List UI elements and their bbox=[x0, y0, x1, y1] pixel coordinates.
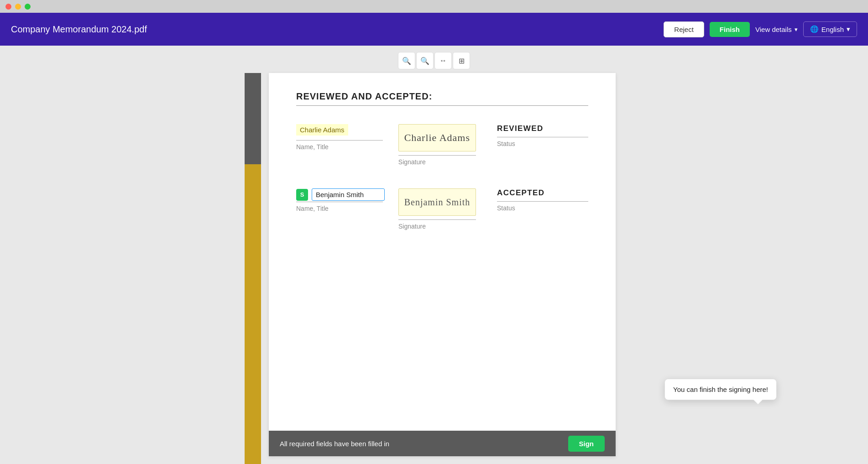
signer-row-2: S Name, Title Benjamin Smith Signature A… bbox=[296, 188, 588, 230]
signer1-status-label: Status bbox=[497, 140, 588, 147]
signer1-sig-text: Charlie Adams bbox=[404, 132, 470, 144]
signer2-status-col: ACCEPTED Status bbox=[497, 188, 588, 212]
zoom-out-icon: 🔍 bbox=[420, 57, 429, 65]
footer-bar: All required fields have been filled in … bbox=[269, 431, 616, 456]
signer1-status: REVIEWED bbox=[497, 124, 588, 133]
grid-icon: ⊞ bbox=[459, 57, 465, 65]
document-title: Company Memorandum 2024.pdf bbox=[11, 24, 147, 35]
document: REVIEWED AND ACCEPTED: Charlie Adams Nam… bbox=[269, 73, 616, 456]
fit-width-button[interactable]: ↔ bbox=[434, 52, 452, 69]
header-actions: Reject Finish View details 🌐 English ▾ bbox=[664, 21, 857, 37]
grid-button[interactable]: ⊞ bbox=[453, 52, 470, 69]
zoom-in-button[interactable]: 🔍 bbox=[398, 52, 415, 69]
signer2-sig-col: Benjamin Smith Signature bbox=[398, 188, 479, 230]
zoom-in-icon: 🔍 bbox=[402, 57, 411, 65]
traffic-light-red[interactable] bbox=[5, 4, 11, 10]
signer2-name-input-wrapper: S bbox=[296, 188, 385, 201]
section-divider bbox=[296, 105, 588, 106]
signer1-name-col: Charlie Adams Name, Title bbox=[296, 124, 385, 151]
language-label: English bbox=[821, 26, 844, 33]
signer1-name-label: Name, Title bbox=[296, 143, 385, 151]
signer2-name-input[interactable] bbox=[312, 188, 385, 201]
signer2-status-underline bbox=[497, 201, 588, 202]
signer2-sig-underline bbox=[398, 219, 476, 220]
signer1-status-col: REVIEWED Status bbox=[497, 124, 588, 147]
view-details-button[interactable]: View details bbox=[755, 26, 798, 33]
title-bar bbox=[0, 0, 868, 13]
signer2-sig-label: Signature bbox=[398, 223, 479, 230]
chevron-down-icon: ▾ bbox=[847, 25, 850, 33]
sidebar-bottom bbox=[245, 164, 261, 464]
toolbar: 🔍 🔍 ↔ ⊞ bbox=[0, 46, 868, 73]
section-title: REVIEWED AND ACCEPTED: bbox=[296, 91, 588, 102]
tooltip-text: You can finish the signing here! bbox=[673, 386, 768, 393]
signer1-sig-col: Charlie Adams Signature bbox=[398, 124, 479, 166]
finish-button[interactable]: Finish bbox=[710, 22, 750, 37]
signer2-name-label: Name, Title bbox=[296, 205, 385, 212]
signer1-name: Charlie Adams bbox=[296, 124, 348, 136]
signer2-sig-text: Benjamin Smith bbox=[404, 197, 471, 208]
sidebar-top bbox=[245, 73, 261, 164]
reject-button[interactable]: Reject bbox=[664, 21, 704, 37]
signer2-name-col: S Name, Title bbox=[296, 188, 385, 212]
signer1-name-underline bbox=[296, 140, 383, 141]
content-area: REVIEWED AND ACCEPTED: Charlie Adams Nam… bbox=[0, 73, 868, 464]
signer1-sig-underline bbox=[398, 155, 476, 156]
zoom-out-button[interactable]: 🔍 bbox=[416, 52, 434, 69]
sign-button[interactable]: Sign bbox=[568, 436, 605, 452]
globe-icon: 🌐 bbox=[810, 25, 819, 33]
traffic-light-yellow[interactable] bbox=[15, 4, 21, 10]
signer2-avatar: S bbox=[296, 189, 308, 201]
signer1-signature-image: Charlie Adams bbox=[398, 124, 476, 151]
signer-row-1: Charlie Adams Name, Title Charlie Adams … bbox=[296, 124, 588, 166]
traffic-light-green[interactable] bbox=[25, 4, 31, 10]
fit-width-icon: ↔ bbox=[439, 57, 447, 65]
signer2-status-label: Status bbox=[497, 204, 588, 212]
signer2-status: ACCEPTED bbox=[497, 188, 588, 198]
signer2-name-underline bbox=[296, 202, 383, 202]
header: Company Memorandum 2024.pdf Reject Finis… bbox=[0, 13, 868, 46]
sidebar-strip bbox=[245, 73, 261, 464]
language-button[interactable]: 🌐 English ▾ bbox=[803, 21, 857, 37]
signer2-signature-image: Benjamin Smith bbox=[398, 188, 476, 216]
tooltip-bubble: You can finish the signing here! bbox=[664, 379, 777, 400]
footer-message: All required fields have been filled in bbox=[280, 440, 389, 448]
signer1-sig-label: Signature bbox=[398, 158, 479, 166]
signer1-status-underline bbox=[497, 137, 588, 137]
